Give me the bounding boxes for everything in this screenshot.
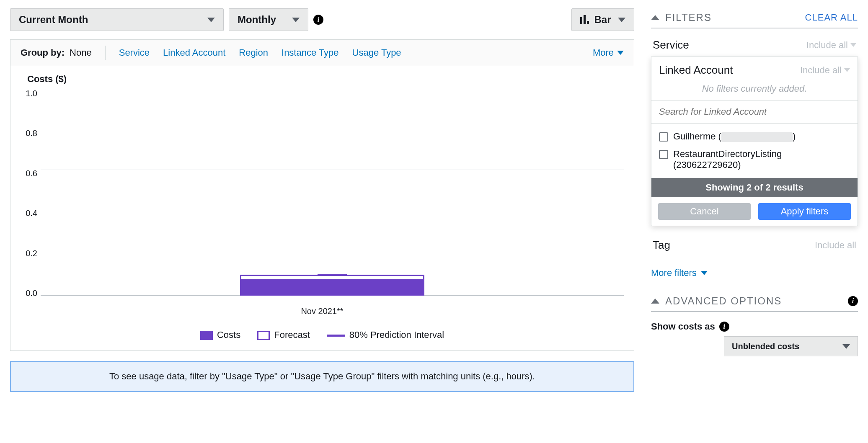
cancel-button[interactable]: Cancel — [658, 203, 751, 220]
show-costs-label: Show costs as i — [651, 321, 858, 332]
chart-panel: Costs ($) 1.0 0.8 0.6 0.4 0.2 0.0 — [10, 66, 634, 351]
redacted-id — [721, 132, 793, 142]
checkbox-icon[interactable] — [659, 150, 668, 159]
filter-tag[interactable]: Tag Include all — [651, 234, 858, 257]
group-by-instance-type[interactable]: Instance Type — [282, 47, 339, 58]
linked-account-option[interactable]: RestaurantDirectoryListing (230622729620… — [651, 145, 858, 174]
checkbox-icon[interactable] — [659, 132, 668, 142]
chevron-down-icon — [207, 18, 215, 22]
chevron-down-icon — [617, 51, 624, 55]
chevron-down-icon — [701, 271, 708, 275]
info-icon[interactable]: i — [848, 296, 858, 306]
bar-costs — [240, 279, 424, 296]
group-by-value: None — [70, 47, 92, 58]
prediction-interval-marker — [318, 274, 347, 276]
filter-service[interactable]: Service Include all — [651, 33, 858, 57]
chart-type-label: Bar — [594, 14, 611, 26]
filters-heading: FILTERS — [665, 12, 712, 23]
time-range-select[interactable]: Current Month — [10, 8, 224, 31]
collapse-icon[interactable] — [651, 299, 659, 304]
linked-account-search-input[interactable] — [651, 100, 858, 123]
x-axis-label: Nov 2021** — [21, 306, 624, 316]
cost-type-select[interactable]: Unblended costs — [724, 336, 858, 356]
advanced-heading: ADVANCED OPTIONS — [665, 295, 782, 307]
clear-all-button[interactable]: CLEAR ALL — [805, 12, 858, 23]
group-by-linked-account[interactable]: Linked Account — [163, 47, 225, 58]
linked-account-filter-popup: Linked Account Include all No filters cu… — [651, 57, 858, 226]
apply-filters-button[interactable]: Apply filters — [758, 203, 851, 220]
y-axis-ticks: 1.0 0.8 0.6 0.4 0.2 0.0 — [21, 89, 41, 298]
filter-tag-mode[interactable]: Include all — [815, 240, 856, 251]
linked-account-option[interactable]: Guilherme () — [651, 128, 858, 145]
chevron-down-icon — [618, 18, 625, 22]
granularity-label: Monthly — [238, 14, 276, 26]
granularity-select[interactable]: Monthly — [229, 8, 308, 31]
group-by-more[interactable]: More — [593, 47, 624, 58]
bar-nov-2021[interactable] — [240, 275, 424, 296]
legend-swatch-costs — [200, 331, 213, 340]
no-filters-text: No filters currently added. — [651, 81, 858, 100]
chevron-down-icon — [850, 43, 856, 47]
group-by-usage-type[interactable]: Usage Type — [352, 47, 401, 58]
chevron-down-icon — [844, 68, 850, 72]
chart-plot-area — [41, 86, 624, 304]
chevron-down-icon — [842, 344, 850, 349]
time-range-label: Current Month — [19, 14, 88, 26]
filter-service-mode[interactable]: Include all — [806, 40, 856, 51]
more-filters-link[interactable]: More filters — [651, 268, 858, 278]
group-by-bar: Group by: None Service Linked Account Re… — [10, 39, 634, 66]
group-by-service[interactable]: Service — [119, 47, 150, 58]
info-icon[interactable]: i — [313, 15, 323, 25]
filter-linked-account-label: Linked Account — [659, 64, 733, 77]
legend-swatch-forecast — [257, 331, 270, 340]
results-count: Showing 2 of 2 results — [651, 178, 858, 197]
chart-legend: Costs Forecast 80% Prediction Interval — [21, 330, 624, 340]
group-by-region[interactable]: Region — [239, 47, 268, 58]
legend-swatch-interval — [327, 335, 345, 337]
collapse-icon[interactable] — [651, 15, 659, 20]
chevron-down-icon — [292, 18, 300, 22]
info-icon[interactable]: i — [719, 322, 729, 332]
usage-hint-banner: To see usage data, filter by "Usage Type… — [10, 361, 634, 392]
filter-linked-account-mode[interactable]: Include all — [800, 65, 850, 76]
chart-type-select[interactable]: Bar — [571, 8, 634, 31]
chart-title: Costs ($) — [27, 74, 624, 85]
group-by-label: Group by: — [21, 47, 65, 58]
bar-chart-icon — [580, 15, 589, 24]
divider — [105, 46, 106, 60]
